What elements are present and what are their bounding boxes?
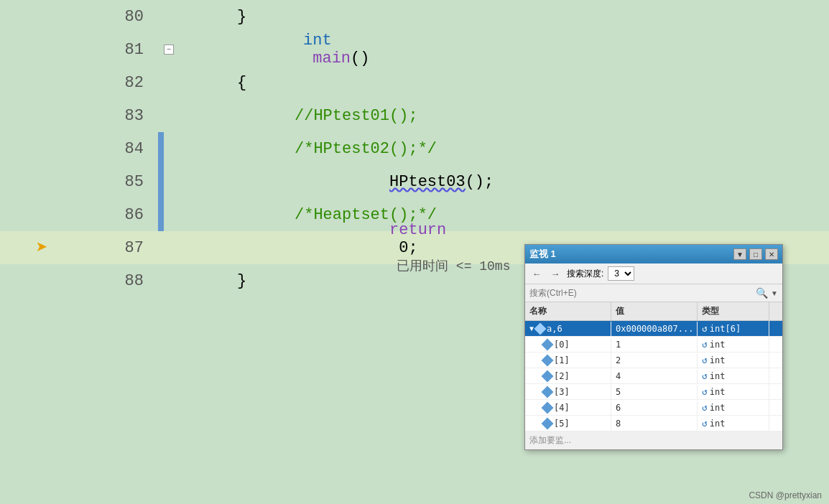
cell-value-3: 4	[611, 369, 698, 383]
line-number-88: 88	[0, 272, 158, 290]
line-number-84: 84	[0, 140, 158, 158]
line-number-87: 87	[0, 239, 158, 257]
watch-search-bar: 🔍 ▼	[525, 284, 782, 302]
refresh-icon-4: ↺	[702, 386, 708, 397]
refresh-icon-2: ↺	[702, 355, 708, 365]
cell-value-4: 5	[611, 385, 698, 399]
col-header-type: 类型	[698, 302, 769, 320]
minimize-button[interactable]: □	[749, 248, 762, 260]
cell-name-2: [1]	[525, 353, 611, 368]
watch-rows: ▼ a,6 0x000000a807... ↺ int[6] [0]	[525, 321, 782, 431]
watch-row-3[interactable]: [2] 4 ↺ int	[525, 368, 782, 384]
watch-row-0[interactable]: ▼ a,6 0x000000a807... ↺ int[6]	[525, 321, 782, 337]
refresh-icon-6: ↺	[702, 418, 708, 429]
code-content-83: //HPtest01();	[180, 107, 829, 125]
refresh-icon-1: ↺	[702, 339, 708, 350]
line-number-80: 80	[0, 8, 158, 26]
col-header-name: 名称	[525, 302, 611, 320]
line-number-82: 82	[0, 74, 158, 92]
line-number-85: 85	[0, 173, 158, 191]
watch-row-2[interactable]: [1] 2 ↺ int	[525, 353, 782, 368]
search-icon: 🔍	[756, 287, 768, 299]
watch-title: 监视 1	[529, 248, 556, 261]
cell-type-2: ↺ int	[698, 353, 769, 368]
back-button[interactable]: ←	[529, 267, 544, 280]
watch-row-5[interactable]: [4] 6 ↺ int	[525, 400, 782, 416]
refresh-icon-0: ↺	[702, 323, 708, 334]
cell-type-5: ↺ int	[698, 400, 769, 415]
depth-select[interactable]: 3 1 2 4 5	[608, 266, 634, 281]
code-line-81: 81 − int main()	[0, 33, 829, 66]
var-icon-1	[542, 338, 554, 350]
code-line-83: 83 //HPtest01();	[0, 99, 829, 132]
pin-button[interactable]: ▼	[733, 248, 746, 260]
watermark: CSDN @prettyxian	[749, 490, 822, 500]
cell-type-6: ↺ int	[698, 416, 769, 431]
forward-button[interactable]: →	[548, 267, 562, 280]
add-watch-row[interactable]: 添加要监...	[525, 431, 782, 449]
cell-value-5: 6	[611, 401, 698, 415]
var-icon-0	[534, 322, 547, 335]
cell-value-6: 8	[611, 416, 698, 431]
col-header-value: 值	[611, 302, 698, 320]
gutter-81: −	[158, 45, 180, 55]
var-icon-2	[542, 354, 554, 366]
cell-type-1: ↺ int	[698, 337, 769, 352]
breakpoint-84	[158, 132, 164, 165]
cell-type-0: ↺ int[6]	[698, 321, 769, 336]
code-line-82: 82 {	[0, 66, 829, 99]
breakpoint-86	[158, 198, 164, 231]
code-line-85: 85 HPtest03();	[0, 165, 829, 198]
cell-value-2: 2	[611, 353, 698, 368]
cell-name-5: [4]	[525, 401, 611, 415]
close-button[interactable]: ✕	[765, 248, 778, 260]
refresh-icon-5: ↺	[702, 402, 708, 413]
code-content-82: {	[180, 74, 829, 92]
cell-value-1: 1	[611, 337, 698, 352]
var-icon-5	[542, 401, 554, 414]
watch-titlebar: 监视 1 ▼ □ ✕	[525, 245, 782, 263]
refresh-icon-3: ↺	[702, 370, 708, 381]
watch-row-1[interactable]: [0] 1 ↺ int	[525, 337, 782, 353]
cell-value-0: 0x000000a807...	[611, 322, 698, 336]
line-number-81: 81	[0, 41, 158, 59]
search-dropdown-icon[interactable]: ▼	[771, 289, 778, 297]
cell-name-0: ▼ a,6	[525, 322, 611, 336]
cell-name-6: [5]	[525, 416, 611, 431]
fold-icon-81[interactable]: −	[164, 45, 174, 55]
var-icon-4	[542, 386, 554, 398]
cell-type-3: ↺ int	[698, 368, 769, 383]
var-icon-3	[542, 370, 554, 382]
cell-name-4: [3]	[525, 385, 611, 399]
line-number-83: 83	[0, 107, 158, 125]
search-depth-label: 搜索深度:	[567, 268, 603, 280]
breakpoint-85	[158, 165, 164, 198]
watch-toolbar: ← → 搜索深度: 3 1 2 4 5	[525, 263, 782, 284]
watch-row-6[interactable]: [5] 8 ↺ int	[525, 416, 782, 431]
cell-type-4: ↺ int	[698, 384, 769, 399]
cell-name-3: [2]	[525, 369, 611, 383]
cell-name-1: [0]	[525, 337, 611, 352]
var-icon-6	[542, 417, 554, 429]
watch-table-header: 名称 值 类型	[525, 302, 782, 321]
arrow-indicator: ➤	[36, 235, 48, 260]
watch-title-controls: ▼ □ ✕	[733, 248, 778, 260]
watch-row-4[interactable]: [3] 5 ↺ int	[525, 384, 782, 400]
editor-area: 80 } 81 − int main() 82 {	[0, 0, 829, 504]
watch-window: 监视 1 ▼ □ ✕ ← → 搜索深度: 3 1 2 4 5 🔍 ▼	[524, 244, 783, 450]
search-input[interactable]	[529, 288, 753, 298]
line-number-86: 86	[0, 206, 158, 224]
